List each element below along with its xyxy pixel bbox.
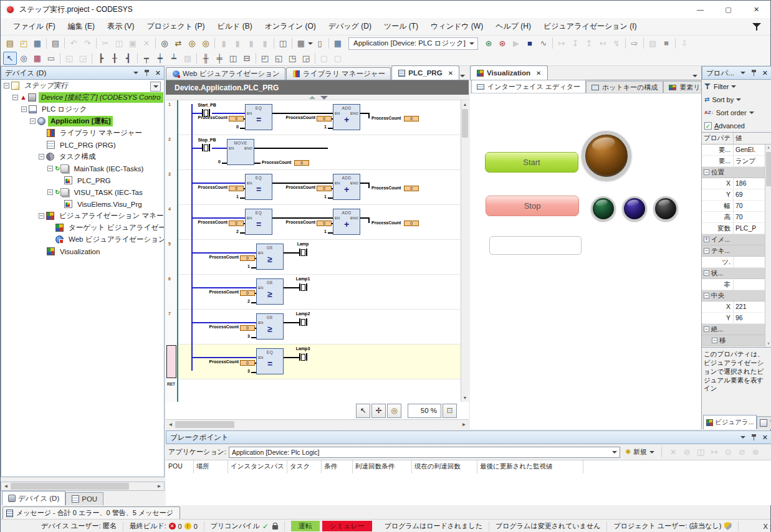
fbd-network-view[interactable]: Start_PBEQEN=ProcessCount00ADDENENO+Proc… (166, 100, 461, 402)
scroll-left-icon[interactable]: ◄ (166, 422, 175, 427)
scroll-thumb[interactable] (766, 152, 771, 186)
fbd-block-eq[interactable]: EQEN= (256, 348, 284, 374)
property-row-5[interactable]: 幅70 (702, 201, 765, 212)
property-row-12[interactable]: 非 (702, 279, 765, 290)
breakpoints-list[interactable] (166, 473, 771, 505)
lamp-green[interactable] (591, 196, 616, 221)
fbd-block-add[interactable]: ADDENENO+ (333, 174, 360, 200)
visu-select-icon[interactable]: ↖ (3, 52, 17, 65)
application-selector[interactable]: Application [Device: PLC ロジック] (348, 37, 478, 50)
property-row-2[interactable]: −位置 (702, 167, 765, 178)
property-value[interactable] (734, 257, 765, 267)
funnel-icon[interactable] (752, 22, 762, 31)
bp-column-5[interactable]: 到達回数条件 (353, 460, 412, 473)
redo-icon[interactable]: ↷ (80, 37, 94, 50)
tab-close-icon[interactable]: ✕ (448, 70, 453, 77)
cut-icon[interactable]: ✂ (98, 37, 112, 50)
bring-front-icon[interactable]: ◰ (258, 52, 272, 65)
tree-item-9[interactable]: −↻VISU_TASK (IEC-Tas (1, 186, 164, 198)
visu-group-icon[interactable]: ◱ (62, 52, 76, 65)
fbd-network-7[interactable]: GEEN≥ProcessCount03Lamp2 (166, 310, 461, 344)
contact-stop_pb[interactable] (202, 144, 210, 151)
messages-summary-tab[interactable]: メッセージ - 合計 0 エラー、0 警告、5 メッセージ (2, 506, 180, 519)
editor-vscrollbar[interactable]: ▲ ▼ (461, 100, 469, 402)
logout-icon[interactable]: ⊛ (496, 37, 509, 50)
expand-icon[interactable]: − (12, 95, 18, 100)
tab-visualization[interactable]: Visualization ✕ (470, 65, 548, 80)
undo-icon[interactable]: ↶ (67, 37, 80, 50)
expand-icon[interactable]: − (4, 83, 9, 88)
devices-close-icon[interactable]: ✕ (155, 69, 161, 77)
bp-delete-icon[interactable]: ✕ (666, 445, 680, 458)
tab-hotkey-config[interactable]: ホットキーの構成 (586, 81, 663, 93)
coil-lamp[interactable] (299, 249, 307, 256)
fbd-block-ge[interactable]: GEEN≥ (256, 244, 284, 270)
bp-properties-icon[interactable]: ◫ (694, 445, 707, 458)
zoom-fit-button[interactable]: ⊡ (443, 404, 457, 418)
expand-icon[interactable]: − (30, 118, 36, 124)
tab-list-icon[interactable] (692, 75, 697, 77)
select-tool-button[interactable]: ↖ (356, 404, 370, 418)
scroll-left-icon[interactable]: ◄ (1, 483, 11, 489)
expand-icon[interactable]: − (21, 107, 27, 112)
properties-vscrollbar[interactable]: ∧ ∨ (765, 145, 771, 347)
align-top-icon[interactable]: ┯ (140, 52, 153, 65)
scroll-thumb[interactable] (175, 421, 234, 428)
tree-item-13[interactable]: Web ビジュアライゼーション (1, 234, 164, 245)
bookmark-prev-icon[interactable]: ▮ (231, 37, 244, 50)
save-icon[interactable]: ▦ (31, 37, 44, 50)
replace-icon[interactable]: ⇄ (171, 37, 185, 50)
expand-icon[interactable]: − (47, 166, 53, 171)
fbd-block-add[interactable]: ADDENENO+ (333, 209, 360, 235)
coil-lamp3[interactable] (299, 353, 307, 361)
same-height-icon[interactable]: ⊟ (240, 52, 254, 65)
devices-menu-icon[interactable] (133, 72, 138, 74)
menu-item-5[interactable]: オンライン (O) (259, 19, 322, 34)
scroll-right-icon[interactable]: ► (155, 483, 164, 489)
start-icon[interactable]: ▶ (509, 37, 523, 50)
property-row-13[interactable]: −中央 (702, 290, 765, 302)
breakpoints-dialog-icon[interactable]: ▨ (646, 37, 659, 50)
property-value[interactable] (734, 279, 765, 290)
text-field[interactable] (489, 236, 582, 255)
delete-icon[interactable]: ✕ (140, 37, 153, 50)
property-row-16[interactable]: −絶... (702, 324, 765, 335)
bp-column-4[interactable]: 条件 (322, 460, 353, 473)
fbd-block-add[interactable]: ADDENENO+ (333, 104, 360, 130)
fbd-network-3[interactable]: EQEN=ProcessCount01ADDENENO+ProcessCount… (166, 170, 461, 205)
application-selector[interactable]: Application [Device: Plc Logic] (229, 447, 620, 458)
forward-one-icon[interactable]: ◳ (285, 52, 299, 65)
bp-goto-icon[interactable]: ↦ (707, 445, 721, 458)
devices-panel-header[interactable]: デバイス (D) ✕ (1, 66, 165, 80)
tree-item-14[interactable]: Visualization (1, 245, 164, 257)
property-row-14[interactable]: X221 (702, 302, 765, 313)
tree-root-dropdown[interactable] (150, 82, 161, 92)
paste-icon[interactable]: ▣ (126, 37, 140, 50)
expand-icon[interactable]: − (47, 189, 53, 195)
find-next-icon[interactable]: ◎ (185, 37, 199, 50)
devices-hscrollbar[interactable]: ◄ ► (1, 482, 165, 491)
scroll-up-icon[interactable]: ∧ (765, 145, 771, 151)
tab-list-icon[interactable] (460, 75, 465, 77)
collapse-up-icon[interactable] (309, 96, 315, 99)
tree-item-3[interactable]: −Application [運転] (1, 115, 164, 127)
property-value[interactable]: 70 (734, 212, 765, 222)
scroll-down-icon[interactable]: ∨ (765, 340, 771, 347)
filter-control[interactable]: Filter (702, 80, 771, 93)
tab-visualization-toolbox[interactable]: ビジュアラ... (703, 415, 757, 429)
visu-ungroup-icon[interactable]: ◲ (76, 52, 90, 65)
fbd-network-4[interactable]: EQEN=ProcessCount02ADDENENO+ProcessCount… (166, 205, 461, 240)
bp-column-1[interactable]: 場所 (194, 460, 228, 473)
copy-objects-icon[interactable]: ◫ (276, 37, 290, 50)
align-right-icon[interactable]: ┫ (122, 52, 135, 65)
next-statement-icon[interactable]: ⇨ (628, 37, 641, 50)
tree-item-10[interactable]: VisuElems.Visu_Prg (1, 198, 164, 210)
background-image-icon[interactable]: ▨ (181, 52, 194, 65)
start-button[interactable]: Start (485, 152, 578, 173)
tab-close-icon[interactable]: ✕ (536, 70, 541, 77)
pan-tool-button[interactable]: ✢ (371, 404, 386, 418)
menu-item-10[interactable]: ビジュアライゼーション (I) (537, 19, 643, 34)
expand-icon[interactable]: − (704, 293, 709, 298)
breakpoints-pin-icon[interactable] (751, 434, 757, 441)
property-row-8[interactable]: +イメ... (702, 234, 765, 245)
